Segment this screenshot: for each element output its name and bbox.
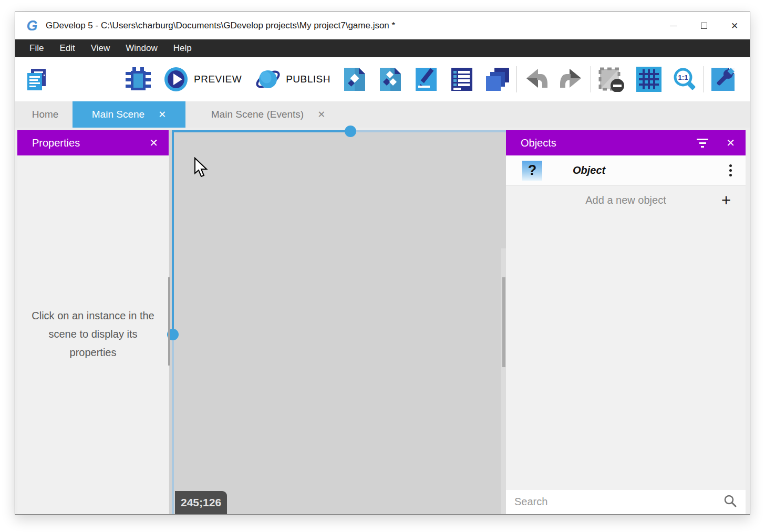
window-title: GDevelop 5 - C:\Users\charburg\Documents… <box>46 20 395 31</box>
scene-canvas[interactable]: 245;126 <box>169 128 506 514</box>
game-window-frame-left-extension <box>172 335 174 514</box>
menu-window[interactable]: Window <box>118 39 165 57</box>
game-window-frame-top <box>172 130 350 132</box>
object-thumbnail-icon: ? <box>522 161 542 181</box>
cursor-coordinates-badge: 245;126 <box>175 491 227 514</box>
tab-main-scene-events[interactable]: Main Scene (Events) ✕ <box>185 101 351 128</box>
svg-text:1:1: 1:1 <box>678 74 688 81</box>
title-bar: G GDevelop 5 - C:\Users\charburg\Documen… <box>15 12 750 39</box>
mouse-cursor-icon <box>193 157 208 178</box>
add-object-row[interactable]: Add a new object + <box>506 186 746 215</box>
object-name: Object <box>573 164 605 176</box>
game-window-frame-top-extension <box>350 130 506 132</box>
properties-close-icon[interactable]: ✕ <box>149 137 158 149</box>
window-controls: ✕ <box>658 12 750 39</box>
search-icon[interactable] <box>723 494 737 510</box>
toolbar-separator <box>704 66 704 92</box>
objects-panel-title: Objects <box>521 137 556 149</box>
objects-search-input[interactable] <box>506 496 723 508</box>
zoom-1-1-icon[interactable]: 1:1 <box>672 67 697 92</box>
properties-panel: Properties ✕ Click on an instance in the… <box>17 130 169 514</box>
debug-icon[interactable] <box>126 67 151 92</box>
add-object-label: Add a new object <box>506 194 746 206</box>
preview-play-icon[interactable] <box>163 67 189 92</box>
tab-home-label: Home <box>32 109 59 120</box>
tab-main-scene-label: Main Scene <box>92 109 144 120</box>
menu-bar: File Edit View Window Help <box>15 39 750 57</box>
minimize-icon <box>670 26 677 26</box>
instances-list-icon[interactable] <box>485 67 510 92</box>
close-icon: ✕ <box>731 22 738 30</box>
object-list-item[interactable]: ? Object <box>506 155 746 186</box>
edit-scene-icon[interactable] <box>413 67 439 92</box>
maximize-button[interactable] <box>689 12 719 39</box>
scene-objects-groups-icon[interactable] <box>378 67 403 92</box>
frame-resize-handle-top[interactable] <box>345 126 356 137</box>
menu-edit[interactable]: Edit <box>51 39 82 57</box>
redo-icon[interactable] <box>559 67 584 92</box>
tab-close-icon[interactable]: ✕ <box>158 110 166 119</box>
close-button[interactable]: ✕ <box>719 12 750 39</box>
menu-help[interactable]: Help <box>166 39 200 57</box>
editor-tab-bar: Home Main Scene ✕ Main Scene (Events) ✕ <box>15 101 750 128</box>
object-menu-kebab-icon[interactable] <box>729 164 732 176</box>
events-sheet-icon[interactable] <box>449 67 474 92</box>
filter-icon[interactable] <box>697 139 708 148</box>
properties-empty-message: Click on an instance in the scene to dis… <box>17 307 169 362</box>
delete-mask-icon[interactable] <box>597 67 626 92</box>
objects-search-bar <box>506 489 746 514</box>
canvas-right-scrollbar[interactable] <box>502 277 505 367</box>
canvas-left-scrollbar[interactable] <box>168 277 170 366</box>
toolbar-separator <box>516 66 517 92</box>
toolbar: PREVIEW PUBLISH <box>15 57 750 101</box>
objects-panel-header: Objects ✕ <box>506 130 746 155</box>
main-area: Properties ✕ Click on an instance in the… <box>15 128 750 514</box>
publish-button[interactable]: PUBLISH <box>286 74 330 85</box>
grid-icon[interactable] <box>636 67 661 92</box>
minimize-button[interactable] <box>658 12 689 39</box>
publish-globe-icon[interactable] <box>255 67 281 92</box>
menu-view[interactable]: View <box>83 39 118 57</box>
app-window: G GDevelop 5 - C:\Users\charburg\Documen… <box>15 12 750 515</box>
scene-background[interactable] <box>169 130 506 514</box>
menu-file[interactable]: File <box>22 39 51 57</box>
properties-panel-header: Properties ✕ <box>17 130 169 155</box>
game-window-frame-left <box>172 130 174 335</box>
scene-properties-icon[interactable] <box>342 67 367 92</box>
project-manager-icon[interactable] <box>24 67 49 92</box>
undo-icon[interactable] <box>523 67 549 92</box>
objects-close-icon[interactable]: ✕ <box>726 137 735 149</box>
properties-panel-title: Properties <box>32 137 80 149</box>
tab-main-scene-events-label: Main Scene (Events) <box>211 109 304 120</box>
tab-close-icon[interactable]: ✕ <box>317 110 325 119</box>
tab-home[interactable]: Home <box>18 101 73 128</box>
project-tools-wrench-icon[interactable] <box>710 67 736 92</box>
maximize-icon <box>701 23 707 29</box>
gdevelop-logo-icon: G <box>24 17 40 34</box>
toolbar-separator <box>591 66 591 92</box>
preview-button[interactable]: PREVIEW <box>194 74 242 85</box>
add-object-plus-icon[interactable]: + <box>721 192 731 208</box>
objects-panel: Objects ✕ ? Object Add a new object + <box>506 130 746 514</box>
tab-main-scene[interactable]: Main Scene ✕ <box>73 101 185 128</box>
